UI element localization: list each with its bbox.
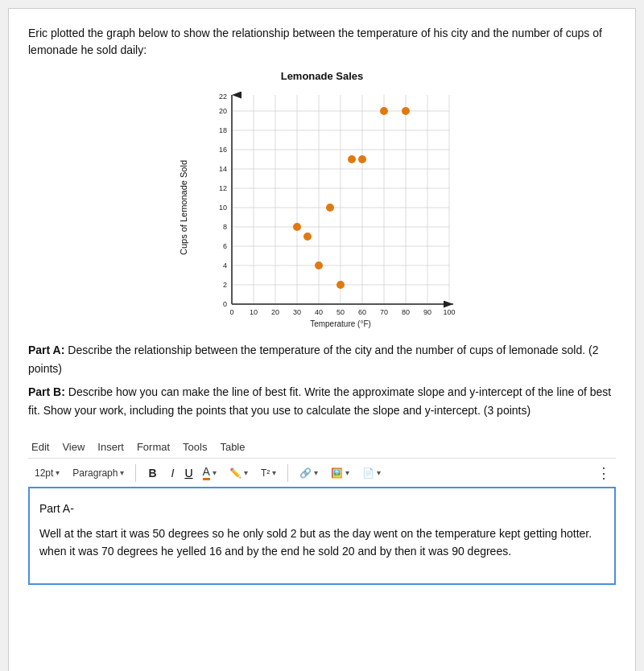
highlight-button[interactable]: ✏️ ▾ (226, 466, 251, 480)
underline-button[interactable]: U (184, 467, 192, 480)
scatter-chart: 0 2 4 6 8 10 12 14 16 18 20 22 0 10 20 (192, 87, 465, 328)
highlight-chevron: ▾ (244, 468, 248, 477)
data-point (326, 204, 334, 212)
menu-table[interactable]: Table (220, 441, 245, 453)
data-point (303, 233, 312, 241)
color-bar (203, 478, 210, 480)
svg-text:10: 10 (250, 308, 258, 316)
editor-part-a-response: Well at the start it was 50 degrees so h… (39, 525, 605, 561)
highlight-icon: ✏️ (229, 467, 242, 479)
color-chevron: ▾ (213, 468, 217, 477)
svg-text:20: 20 (271, 308, 279, 316)
data-point (348, 155, 356, 163)
svg-text:10: 10 (219, 204, 227, 212)
svg-text:4: 4 (223, 261, 227, 270)
data-point (336, 281, 345, 289)
svg-text:Temperature (°F): Temperature (°F) (310, 319, 371, 328)
toolbar-divider-1 (135, 464, 136, 482)
svg-text:90: 90 (423, 308, 431, 316)
font-size-select[interactable]: 12pt ▾ (31, 466, 63, 480)
menu-edit[interactable]: Edit (31, 441, 49, 453)
document-chevron: ▾ (377, 468, 381, 477)
chart-wrapper: Cups of Lemonade Sold (179, 87, 465, 328)
paragraph-value: Paragraph (72, 467, 118, 479)
part-b-label: Part B: (28, 385, 65, 398)
intro-text: Eric plotted the graph below to show the… (28, 25, 616, 59)
svg-text:12: 12 (219, 184, 227, 192)
part-b-question: Part B: Describe how you can make the li… (28, 383, 616, 420)
svg-text:0: 0 (223, 300, 227, 308)
editor-format-toolbar: 12pt ▾ Paragraph ▾ B I U A ▾ ✏️ ▾ (28, 459, 616, 488)
superscript-label: T² (261, 467, 270, 479)
document-icon: 📄 (362, 467, 374, 479)
link-chevron: ▾ (314, 468, 318, 477)
svg-text:22: 22 (219, 93, 227, 101)
data-point (402, 107, 410, 115)
editor-menu-bar: Edit View Insert Format Tools Table (28, 436, 616, 459)
italic-button[interactable]: I (167, 465, 179, 481)
paragraph-select[interactable]: Paragraph ▾ (69, 466, 127, 480)
toolbar-divider-2 (287, 464, 288, 482)
data-point (315, 261, 323, 270)
color-label: A (203, 465, 210, 478)
questions-section: Part A: Describe the relationship betwee… (28, 341, 616, 420)
svg-text:16: 16 (219, 146, 227, 154)
image-chevron: ▾ (345, 468, 349, 477)
svg-text:100: 100 (443, 308, 455, 316)
superscript-chevron: ▾ (272, 468, 276, 477)
svg-text:80: 80 (402, 308, 410, 316)
underline-label: U (184, 467, 192, 480)
part-a-text: Describe the relationship between the te… (28, 344, 598, 375)
chart-title: Lemonade Sales (281, 70, 364, 82)
data-point (380, 107, 388, 115)
font-size-chevron: ▾ (56, 468, 60, 477)
link-button[interactable]: 🔗 ▾ (296, 466, 321, 480)
chart-area: Lemonade Sales Cups of Lemonade Sold (28, 70, 616, 328)
bold-button[interactable]: B (144, 465, 160, 481)
menu-tools[interactable]: Tools (183, 441, 207, 453)
document-button[interactable]: 📄 ▾ (359, 466, 384, 480)
link-icon: 🔗 (299, 467, 312, 479)
data-point (293, 223, 301, 231)
font-size-value: 12pt (35, 467, 53, 479)
more-options-button[interactable]: ⋮ (597, 464, 613, 482)
menu-format[interactable]: Format (137, 441, 170, 453)
part-b-text: Describe how you can make the line of be… (28, 385, 611, 417)
font-color-button[interactable]: A ▾ (200, 463, 220, 482)
superscript-button[interactable]: T² ▾ (258, 466, 279, 480)
svg-text:40: 40 (315, 308, 323, 316)
svg-text:8: 8 (223, 223, 227, 231)
svg-text:20: 20 (219, 107, 227, 115)
svg-text:14: 14 (219, 165, 227, 173)
chart-container: 0 2 4 6 8 10 12 14 16 18 20 22 0 10 20 (192, 87, 465, 328)
svg-text:6: 6 (223, 242, 227, 250)
svg-text:30: 30 (293, 308, 301, 316)
svg-text:2: 2 (223, 281, 227, 289)
y-axis-label: Cups of Lemonade Sold (179, 95, 188, 320)
menu-view[interactable]: View (62, 441, 85, 453)
part-a-label: Part A: (28, 344, 64, 356)
image-icon: 🖼️ (331, 467, 343, 479)
image-button[interactable]: 🖼️ ▾ (328, 466, 353, 480)
editor-part-a-header: Part A- (39, 500, 605, 517)
svg-text:0: 0 (229, 308, 233, 316)
svg-text:70: 70 (380, 308, 388, 316)
menu-insert[interactable]: Insert (97, 441, 124, 453)
svg-text:50: 50 (336, 308, 345, 316)
part-a-question: Part A: Describe the relationship betwee… (28, 341, 616, 378)
page: Eric plotted the graph below to show the… (8, 8, 636, 671)
paragraph-chevron: ▾ (120, 468, 124, 477)
svg-text:18: 18 (219, 126, 227, 134)
editor-content-area[interactable]: Part A- Well at the start it was 50 degr… (28, 488, 616, 585)
svg-text:60: 60 (358, 308, 366, 316)
data-point (358, 155, 366, 163)
